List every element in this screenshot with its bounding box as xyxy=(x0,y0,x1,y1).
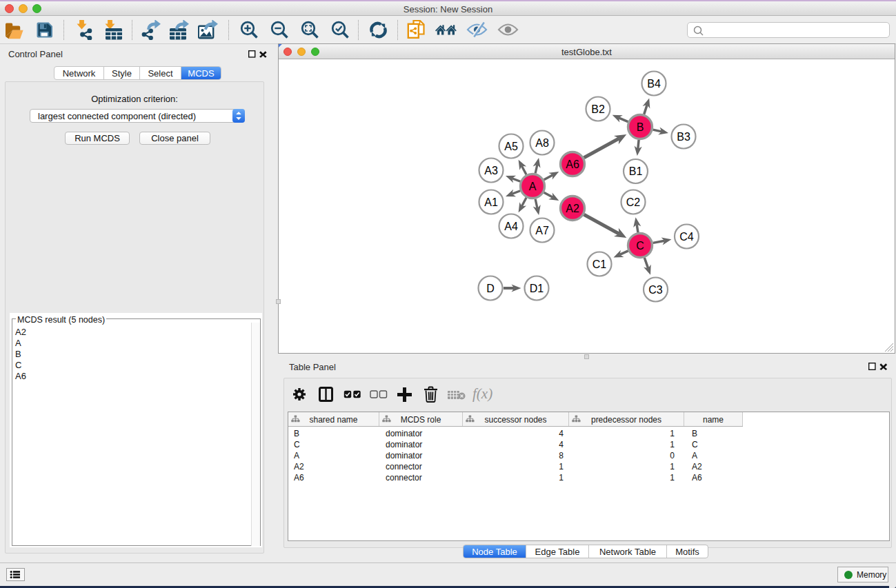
svg-text:C1: C1 xyxy=(593,258,607,270)
svg-text:C2: C2 xyxy=(626,196,641,208)
svg-text:A7: A7 xyxy=(535,225,549,236)
svg-text:A8: A8 xyxy=(535,137,549,149)
svg-text:A2: A2 xyxy=(566,203,579,214)
svg-text:C3: C3 xyxy=(648,284,663,296)
svg-text:C4: C4 xyxy=(679,231,694,243)
svg-text:A6: A6 xyxy=(566,159,579,170)
svg-text:B2: B2 xyxy=(591,103,605,115)
svg-text:B1: B1 xyxy=(629,165,643,177)
svg-text:A: A xyxy=(529,181,537,192)
svg-text:A4: A4 xyxy=(504,221,518,232)
svg-text:A3: A3 xyxy=(484,165,498,176)
svg-text:C: C xyxy=(636,240,644,252)
svg-text:B4: B4 xyxy=(647,78,661,90)
svg-text:A1: A1 xyxy=(484,196,498,208)
svg-text:B: B xyxy=(637,121,644,133)
svg-text:A5: A5 xyxy=(504,141,518,152)
svg-text:B3: B3 xyxy=(677,131,690,143)
svg-text:D: D xyxy=(486,283,495,294)
svg-text:D1: D1 xyxy=(530,283,544,294)
